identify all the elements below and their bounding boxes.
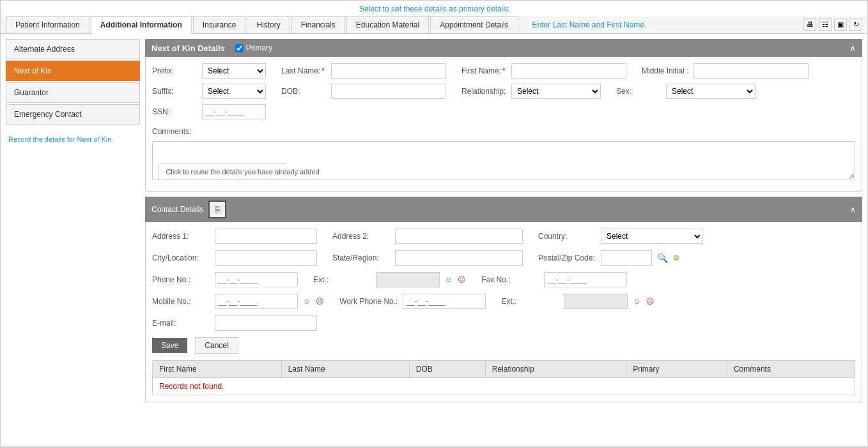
dob-input[interactable] bbox=[331, 84, 446, 99]
save-button[interactable]: Save bbox=[152, 338, 187, 353]
col-last-name: Last Name bbox=[281, 361, 409, 378]
mobile-cancel-icon[interactable]: ☹ bbox=[316, 297, 324, 306]
kin-row-4: Comments: bbox=[152, 125, 855, 179]
suffix-select[interactable]: Select Jr. Sr. II III bbox=[202, 84, 266, 99]
enter-name-hint: Enter Last Name and First Name. bbox=[532, 20, 647, 33]
tab-history[interactable]: History bbox=[247, 16, 290, 33]
sex-label: Sex: bbox=[616, 87, 661, 96]
kin-row-3: SSN: bbox=[152, 104, 855, 119]
comments-textarea[interactable] bbox=[152, 141, 855, 179]
icon-print[interactable]: 🖶 bbox=[803, 18, 816, 31]
ext1-label: Ext.: bbox=[313, 275, 371, 284]
ext2-label: Ext.: bbox=[501, 297, 559, 306]
tab-additional-information[interactable]: Additional Information bbox=[91, 16, 192, 34]
work-ok-icon[interactable]: ☺ bbox=[633, 297, 640, 306]
sex-select[interactable]: Select Male Female Other bbox=[666, 84, 756, 99]
sidebar-item-alternate-address[interactable]: Alternate Address bbox=[6, 39, 140, 59]
icon-window[interactable]: ▣ bbox=[834, 18, 847, 31]
kin-row-2: Suffix: Select Jr. Sr. II III DOB: Relat… bbox=[152, 84, 855, 99]
first-name-input[interactable] bbox=[511, 63, 626, 79]
next-of-kin-form: Prefix: Select Mr. Mrs. Ms. Dr. Last Nam… bbox=[145, 57, 862, 192]
postal-input[interactable] bbox=[601, 250, 652, 266]
tab-appointment-details[interactable]: Appointment Details bbox=[430, 16, 518, 33]
state-input[interactable] bbox=[395, 250, 523, 266]
address2-input[interactable] bbox=[395, 229, 523, 244]
phone-cancel-icon[interactable]: ☹ bbox=[458, 275, 466, 284]
prefix-label: Prefix: bbox=[152, 66, 197, 75]
phone-ok-icon[interactable]: ☺ bbox=[445, 275, 453, 284]
country-label: Country: bbox=[538, 232, 596, 241]
fax-input[interactable] bbox=[544, 272, 627, 287]
postal-settings-icon[interactable]: ⚙ bbox=[673, 254, 680, 262]
postal-search-icon[interactable]: 🔍 bbox=[657, 253, 668, 263]
prefix-select[interactable]: Select Mr. Mrs. Ms. Dr. bbox=[202, 63, 266, 79]
kin-row-1: Prefix: Select Mr. Mrs. Ms. Dr. Last Nam… bbox=[152, 63, 855, 79]
sidebar-item-guarantor[interactable]: Guarantor bbox=[6, 82, 140, 103]
col-relationship: Relationship bbox=[485, 361, 626, 378]
contact-row-3: Phone No.: Ext.: ☺ ☹ Fax No.: bbox=[152, 272, 855, 287]
last-name-input[interactable] bbox=[331, 63, 446, 79]
sidebar-item-emergency-contact[interactable]: Emergency Contact bbox=[6, 104, 140, 125]
icon-grid[interactable]: ☷ bbox=[819, 18, 832, 31]
ssn-input[interactable] bbox=[202, 104, 266, 119]
next-of-kin-title: Next of Kin Details bbox=[151, 43, 225, 53]
ssn-label: SSN: bbox=[152, 107, 197, 116]
top-hint: Select to set these details as primary d… bbox=[1, 1, 867, 16]
kin-records-table: First Name Last Name DOB Relationship Pr… bbox=[152, 360, 855, 395]
next-of-kin-collapse-btn[interactable]: ∧ bbox=[849, 43, 856, 53]
relationship-label: Relationship: bbox=[461, 87, 506, 96]
relationship-select[interactable]: Select Spouse Parent Child Sibling Other bbox=[511, 84, 601, 99]
address1-input[interactable] bbox=[215, 229, 317, 244]
first-name-label: First Name: bbox=[461, 66, 506, 75]
col-comments: Comments bbox=[727, 361, 855, 378]
postal-label: Postal/Zip Code: bbox=[538, 254, 596, 262]
sidebar-hint: Record the details for Next of Kin. bbox=[6, 135, 140, 144]
icon-refresh[interactable]: ↻ bbox=[849, 18, 862, 31]
tab-icons: 🖶 ☷ ▣ ↻ bbox=[803, 18, 862, 33]
contact-row-2: City/Location: State/Region: Postal/Zip … bbox=[152, 250, 855, 266]
address2-label: Address 2: bbox=[332, 232, 390, 241]
work-cancel-icon[interactable]: ☹ bbox=[646, 297, 655, 306]
middle-initial-input[interactable] bbox=[694, 63, 809, 79]
copy-details-button[interactable]: ⎘ Click to reuse the details you have al… bbox=[208, 201, 226, 218]
ext2-input[interactable] bbox=[564, 294, 628, 309]
middle-initial-label: Middle Initial : bbox=[642, 66, 688, 75]
ext1-input[interactable] bbox=[376, 272, 440, 287]
mobile-input[interactable] bbox=[215, 294, 298, 309]
country-select[interactable]: Select USA Canada UK Other bbox=[601, 229, 703, 244]
suffix-label: Suffix: bbox=[152, 87, 197, 96]
contact-collapse-btn[interactable]: ∧ bbox=[850, 205, 856, 214]
tab-patient-information[interactable]: Patient Information bbox=[6, 16, 89, 33]
email-input[interactable] bbox=[215, 315, 317, 331]
table-body: Records not found. bbox=[153, 378, 855, 395]
fax-label: Fax No.: bbox=[481, 275, 539, 284]
mobile-ok-icon[interactable]: ☺ bbox=[303, 297, 311, 306]
contact-row-4: Mobile No.: ☺ ☹ Work Phone No.: Ext.: ☺ … bbox=[152, 294, 855, 309]
col-primary: Primary bbox=[626, 361, 727, 378]
cancel-button[interactable]: Cancel bbox=[195, 337, 238, 354]
city-input[interactable] bbox=[215, 250, 317, 266]
table-row: Records not found. bbox=[153, 378, 855, 395]
contact-row-1: Address 1: Address 2: Country: Select US… bbox=[152, 229, 855, 244]
col-dob: DOB bbox=[409, 361, 485, 378]
tab-education-material[interactable]: Education Material bbox=[346, 16, 429, 33]
mobile-label: Mobile No.: bbox=[152, 297, 210, 306]
no-records-message: Records not found. bbox=[153, 378, 855, 395]
phone-input[interactable] bbox=[215, 272, 298, 287]
work-phone-input[interactable] bbox=[403, 294, 486, 309]
work-phone-label: Work Phone No.: bbox=[339, 297, 398, 306]
address1-label: Address 1: bbox=[152, 232, 210, 241]
primary-label: Primary bbox=[246, 43, 272, 52]
next-of-kin-section-header: Next of Kin Details Primary ∧ bbox=[145, 39, 862, 57]
sidebar-item-next-of-kin[interactable]: Next of Kin bbox=[6, 61, 140, 81]
state-label: State/Region: bbox=[332, 254, 390, 262]
contact-row-5: E-mail: bbox=[152, 315, 855, 331]
primary-checkbox[interactable] bbox=[235, 44, 244, 52]
contact-section-header: Contact Details ⎘ Click to reuse the det… bbox=[145, 197, 862, 222]
contact-form: Address 1: Address 2: Country: Select US… bbox=[145, 222, 862, 402]
last-name-label: Last Name: bbox=[281, 66, 326, 75]
tab-financials[interactable]: Financials bbox=[291, 16, 345, 33]
table-header: First Name Last Name DOB Relationship Pr… bbox=[153, 361, 855, 378]
primary-checkbox-label[interactable]: Primary bbox=[235, 43, 272, 52]
tab-insurance[interactable]: Insurance bbox=[193, 16, 246, 33]
